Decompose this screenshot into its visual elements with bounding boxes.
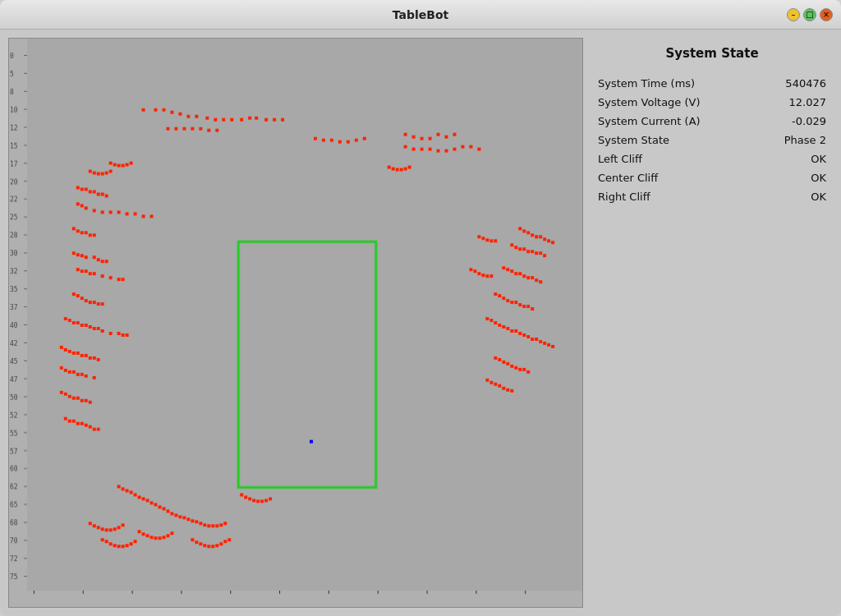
state-label: Left Cliff xyxy=(596,149,761,168)
system-state-title: System State xyxy=(596,46,828,61)
close-button[interactable]: × xyxy=(820,8,833,21)
state-row-0: System Time (ms)540476 xyxy=(596,74,828,93)
minimize-button[interactable]: – xyxy=(787,8,800,21)
state-label: Center Cliff xyxy=(596,168,761,187)
state-label: System Time (ms) xyxy=(596,74,761,93)
state-label: System Voltage (V) xyxy=(596,93,761,112)
state-label: System Current (A) xyxy=(596,112,761,131)
state-row-4: Left CliffOK xyxy=(596,149,828,168)
window-controls: – □ × xyxy=(787,8,833,21)
app-body: System State System Time (ms)540476Syste… xyxy=(0,30,841,616)
state-value: -0.029 xyxy=(761,112,828,131)
state-row-1: System Voltage (V)12.027 xyxy=(596,93,828,112)
window-title: TableBot xyxy=(393,8,449,21)
state-row-5: Center CliffOK xyxy=(596,168,828,187)
state-row-3: System StatePhase 2 xyxy=(596,131,828,149)
state-row-6: Right CliffOK xyxy=(596,187,828,206)
state-row-2: System Current (A)-0.029 xyxy=(596,112,828,131)
ruler-bottom xyxy=(25,594,582,607)
title-bar: TableBot – □ × xyxy=(0,0,841,30)
side-panel: System State System Time (ms)540476Syste… xyxy=(583,30,841,616)
state-label: Right Cliff xyxy=(596,187,761,206)
state-value: OK xyxy=(761,168,828,187)
state-value: OK xyxy=(761,187,828,206)
state-value: 540476 xyxy=(761,74,828,93)
canvas-panel xyxy=(8,38,583,608)
state-table: System Time (ms)540476System Voltage (V)… xyxy=(596,74,828,206)
state-value: OK xyxy=(761,149,828,168)
maximize-button[interactable]: □ xyxy=(803,8,816,21)
state-label: System State xyxy=(596,131,761,149)
state-value: Phase 2 xyxy=(761,131,828,149)
visualization-canvas xyxy=(9,39,582,607)
state-value: 12.027 xyxy=(761,93,828,112)
